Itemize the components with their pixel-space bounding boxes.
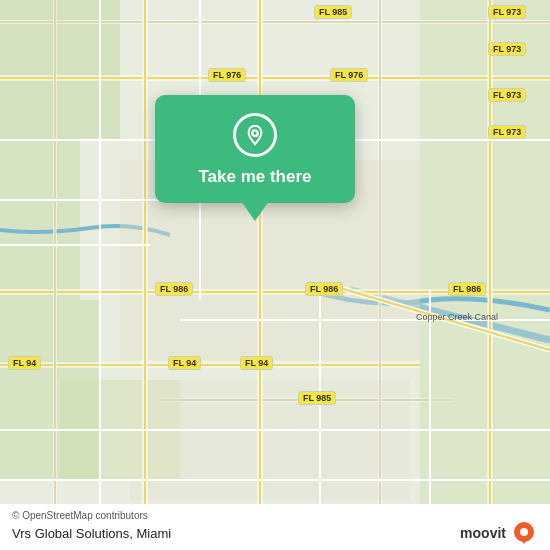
- location-pin-icon: [233, 113, 277, 157]
- road-badge-fl973-4: FL 973: [488, 125, 526, 139]
- moovit-logo: moovit: [460, 522, 538, 544]
- moovit-text: moovit: [460, 525, 506, 541]
- bottom-bar: © OpenStreetMap contributors Vrs Global …: [0, 504, 550, 550]
- road-badge-fl986-1: FL 986: [155, 282, 193, 296]
- road-badge-fl973-top: FL 973: [488, 5, 526, 19]
- road-badge-fl94-2: FL 94: [168, 356, 201, 370]
- popup-label: Take me there: [198, 167, 311, 187]
- attribution-text: © OpenStreetMap contributors: [12, 510, 538, 521]
- moovit-icon: [510, 522, 538, 544]
- map-background: [0, 0, 550, 550]
- svg-point-42: [520, 528, 528, 536]
- road-badge-fl94-1: FL 94: [8, 356, 41, 370]
- road-badge-fl985-bot: FL 985: [298, 391, 336, 405]
- location-name: Vrs Global Solutions, Miami: [12, 526, 171, 541]
- svg-rect-2: [0, 140, 80, 300]
- road-badge-fl973-2: FL 973: [488, 42, 526, 56]
- road-badge-fl976-1: FL 976: [208, 68, 246, 82]
- svg-rect-7: [130, 380, 410, 500]
- svg-point-40: [252, 130, 258, 136]
- road-badge-fl94-3: FL 94: [240, 356, 273, 370]
- road-badge-fl985-top: FL 985: [314, 5, 352, 19]
- map-container: FL 973 FL 985 FL 973 FL 976 FL 976 FL 97…: [0, 0, 550, 550]
- road-badge-fl986-2: FL 986: [305, 282, 343, 296]
- popup-card[interactable]: Take me there: [155, 95, 355, 203]
- road-badge-fl986-3: FL 986: [448, 282, 486, 296]
- road-label-copper-creek: Copper Creek Canal: [416, 312, 498, 322]
- road-badge-fl973-3: FL 973: [488, 88, 526, 102]
- road-badge-fl976-2: FL 976: [330, 68, 368, 82]
- bottom-info: Vrs Global Solutions, Miami moovit: [12, 522, 538, 544]
- svg-rect-4: [420, 0, 550, 550]
